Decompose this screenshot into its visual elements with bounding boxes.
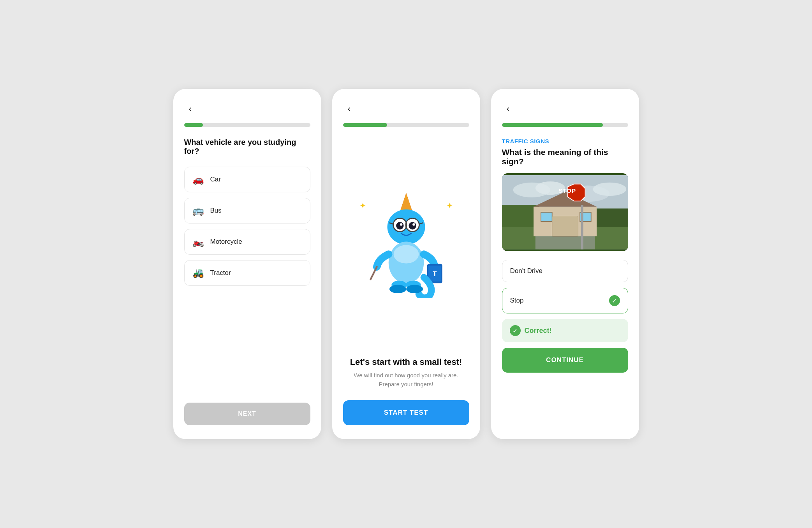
answer-dont-drive-label: Don't Drive — [510, 267, 543, 275]
correct-feedback-icon: ✓ — [510, 325, 521, 336]
tractor-emoji: 🚜 — [192, 268, 204, 278]
svg-rect-36 — [541, 212, 552, 222]
start-test-button[interactable]: START TEST — [343, 400, 469, 425]
stop-sign-scene-svg: STOP — [502, 173, 628, 251]
stop-sign-image: STOP — [502, 173, 628, 251]
screen2-subtitle: We will find out how good you really are… — [343, 371, 469, 389]
screen2-progress-bar-bg — [343, 123, 469, 127]
screen2-progress-bar-fill — [343, 123, 387, 127]
screen1-title: What vehicle are you studying for? — [184, 138, 310, 156]
car-label: Car — [210, 176, 221, 183]
correct-feedback-text: Correct! — [525, 327, 552, 335]
screen2-card: ‹ ✦ ✦ — [332, 89, 480, 439]
correct-feedback-bar: ✓ Correct! — [502, 319, 628, 342]
vehicle-item-tractor[interactable]: 🚜 Tractor — [184, 260, 310, 286]
answer-stop[interactable]: Stop ✓ — [502, 288, 628, 313]
screen2-back-button[interactable]: ‹ — [343, 103, 356, 115]
screen1-card: ‹ What vehicle are you studying for? 🚗 C… — [173, 89, 321, 439]
sparkle-right: ✦ — [446, 201, 453, 210]
mascot-illustration: T — [363, 189, 449, 298]
screen3-progress-bar-bg — [502, 123, 628, 127]
screen3-card: ‹ TRAFFIC SIGNS What is the meaning of t… — [491, 89, 639, 439]
mascot-svg: ✦ ✦ — [363, 189, 449, 298]
continue-button[interactable]: CONTINUE — [502, 348, 628, 373]
motorcycle-label: Motorcycle — [210, 238, 242, 246]
svg-rect-38 — [552, 216, 578, 236]
svg-rect-39 — [581, 205, 583, 249]
vehicle-item-bus[interactable]: 🚌 Bus — [184, 198, 310, 224]
screen2-subtitle-line2: Prepare your fingers! — [379, 381, 433, 387]
screen1-progress-bar-bg — [184, 123, 310, 127]
svg-point-24 — [406, 285, 423, 293]
svg-point-7 — [396, 222, 403, 229]
vehicle-list: 🚗 Car 🚌 Bus 🏍️ Motorcycle 🚜 Tractor — [184, 167, 310, 387]
screen3-title: What is the meaning of this sign? — [502, 148, 628, 166]
bus-emoji: 🚌 — [192, 205, 204, 216]
svg-text:T: T — [432, 269, 437, 277]
car-emoji: 🚗 — [192, 174, 204, 185]
tractor-label: Tractor — [210, 269, 231, 277]
sparkle-left: ✦ — [359, 201, 366, 210]
screen3-back-button[interactable]: ‹ — [502, 103, 514, 115]
screen1-progress-bar-fill — [184, 123, 203, 127]
screen1-back-button[interactable]: ‹ — [184, 103, 197, 115]
screen2-subtitle-line1: We will find out how good you really are… — [354, 372, 458, 378]
svg-point-23 — [389, 285, 406, 293]
svg-point-29 — [593, 183, 626, 196]
category-label: TRAFFIC SIGNS — [502, 138, 628, 144]
motorcycle-emoji: 🏍️ — [192, 236, 204, 247]
next-button[interactable]: NEXT — [184, 403, 310, 425]
screens-container: ‹ What vehicle are you studying for? 🚗 C… — [173, 89, 639, 439]
svg-marker-2 — [401, 197, 411, 209]
vehicle-item-motorcycle[interactable]: 🏍️ Motorcycle — [184, 229, 310, 255]
svg-point-9 — [400, 223, 402, 225]
correct-check-icon: ✓ — [609, 295, 620, 306]
answer-dont-drive[interactable]: Don't Drive — [502, 260, 628, 282]
vehicle-item-car[interactable]: 🚗 Car — [184, 167, 310, 192]
svg-point-16 — [393, 245, 419, 263]
svg-point-10 — [412, 223, 415, 225]
screen2-title: Let's start with a small test! — [343, 357, 469, 367]
answer-stop-label: Stop — [510, 297, 524, 304]
mascot-container: ✦ ✦ — [343, 142, 469, 345]
screen3-progress-bar-fill — [502, 123, 603, 127]
svg-point-8 — [409, 222, 416, 229]
bus-label: Bus — [210, 207, 222, 215]
